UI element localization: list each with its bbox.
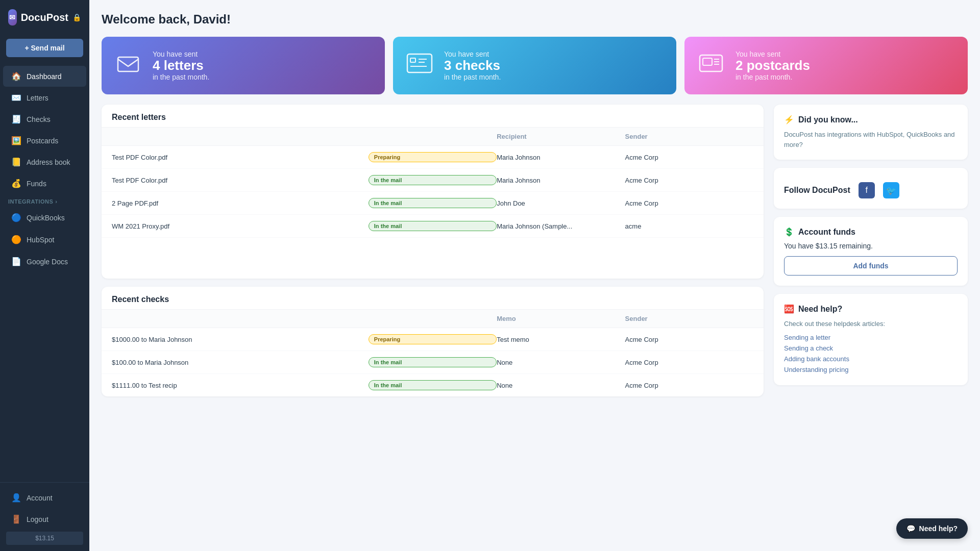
did-you-know-title: ⚡ Did you know...: [784, 115, 958, 124]
sidebar-item-funds[interactable]: 💰 Funds: [3, 173, 86, 194]
left-column: Recent letters Recipient Sender Test PDF…: [102, 105, 764, 396]
table-row[interactable]: 2 Page PDF.pdf In the mail John Doe Acme…: [102, 192, 764, 215]
logout-icon: 🚪: [11, 514, 21, 524]
follow-card: Follow DocuPost f 🐦: [774, 168, 968, 209]
help-article[interactable]: Sending a letter: [784, 332, 958, 343]
checks-icon: 🧾: [11, 114, 21, 124]
logo: ✉ DocuPost 🔒: [0, 0, 89, 35]
sidebar-item-quickbooks[interactable]: 🔵 QuickBooks: [3, 207, 86, 228]
twitter-icon[interactable]: 🐦: [883, 182, 899, 198]
recipient: Maria Johnson: [497, 154, 625, 161]
sidebar-item-label: Funds: [27, 180, 46, 188]
help-intro: Check out these helpdesk articles:: [784, 319, 958, 329]
sidebar-item-label: Dashboard: [27, 72, 62, 81]
did-you-know-card: ⚡ Did you know... DocuPost has integrati…: [774, 105, 968, 160]
recent-checks-card: Recent checks Memo Sender $1000.00 to Ma…: [102, 287, 764, 396]
google-docs-icon: 📄: [11, 257, 21, 266]
chat-icon: 💬: [906, 524, 915, 533]
svg-rect-0: [118, 57, 138, 71]
did-you-know-text: DocuPost has integrations with HubSpot, …: [784, 130, 958, 149]
sidebar-item-label: Google Docs: [27, 258, 68, 266]
sidebar-item-label: Letters: [27, 94, 48, 102]
sidebar-item-account[interactable]: 👤 Account: [3, 487, 86, 508]
sidebar-item-letters[interactable]: ✉️ Letters: [3, 87, 86, 108]
social-row: Follow DocuPost f 🐦: [784, 182, 958, 198]
table-row[interactable]: Test PDF Color.pdf Preparing Maria Johns…: [102, 146, 764, 169]
add-funds-button[interactable]: Add funds: [784, 256, 958, 276]
status-badge: Preparing: [369, 152, 497, 162]
funds-remaining-text: You have $13.15 remaining.: [784, 242, 958, 250]
hubspot-icon: 🟠: [11, 235, 21, 244]
sidebar-item-label: Checks: [27, 115, 51, 123]
memo: None: [497, 359, 625, 366]
account-funds-title: 💲 Account funds: [784, 227, 958, 237]
postcards-suffix: in the past month.: [736, 73, 810, 81]
help-article[interactable]: Adding bank accounts: [784, 354, 958, 364]
status-badge: In the mail: [369, 198, 497, 208]
check-name: $1000.00 to Maria Johnson: [112, 336, 369, 343]
sidebar-item-postcards[interactable]: 🖼️ Postcards: [3, 130, 86, 151]
need-help-card: 🆘 Need help? Check out these helpdesk ar…: [774, 294, 968, 385]
chat-button[interactable]: 💬 Need help?: [896, 518, 968, 539]
postcards-prefix: You have sent: [736, 50, 810, 58]
postcards-icon: 🖼️: [11, 136, 21, 145]
help-article[interactable]: Understanding pricing: [784, 364, 958, 375]
col-header-status: [369, 315, 497, 322]
send-mail-button[interactable]: + Send mail: [6, 39, 83, 57]
sidebar-item-label: Logout: [27, 515, 48, 523]
facebook-icon[interactable]: f: [859, 182, 875, 198]
sidebar-item-hubspot[interactable]: 🟠 HubSpot: [3, 229, 86, 250]
sender: Acme Corp: [625, 154, 753, 161]
table-row[interactable]: $1000.00 to Maria Johnson Preparing Test…: [102, 328, 764, 351]
svg-rect-1: [407, 54, 432, 72]
letters-prefix: You have sent: [153, 50, 209, 58]
right-column: ⚡ Did you know... DocuPost has integrati…: [774, 105, 968, 396]
chevron-right-icon: ›: [55, 198, 57, 205]
col-header-recipient: Recipient: [497, 133, 625, 140]
status-badge: In the mail: [369, 221, 497, 231]
postcards-stat-icon: [697, 49, 725, 82]
table-row[interactable]: WM 2021 Proxy.pdf In the mail Maria John…: [102, 215, 764, 238]
follow-label: Follow DocuPost: [784, 186, 850, 195]
memo: Test memo: [497, 336, 625, 343]
balance-badge: $13.15: [6, 532, 83, 545]
help-icon: 🆘: [784, 304, 794, 314]
sidebar-bottom: 👤 Account 🚪 Logout $13.15: [0, 482, 89, 551]
check-name: $100.00 to Maria Johnson: [112, 359, 369, 366]
sender: Acme Corp: [625, 336, 753, 343]
lightning-icon: ⚡: [784, 115, 794, 124]
sidebar-item-checks[interactable]: 🧾 Checks: [3, 109, 86, 130]
help-article[interactable]: Sending a check: [784, 343, 958, 354]
col-header-name: [112, 315, 369, 322]
letters-col-headers: Recipient Sender: [102, 128, 764, 146]
welcome-title: Welcome back, David!: [102, 12, 968, 27]
sidebar-item-logout[interactable]: 🚪 Logout: [3, 509, 86, 530]
recipient: John Doe: [497, 199, 625, 207]
letter-name: Test PDF Color.pdf: [112, 154, 369, 161]
table-row[interactable]: $1111.00 to Test recip In the mail None …: [102, 374, 764, 396]
sidebar-item-google-docs[interactable]: 📄 Google Docs: [3, 251, 86, 272]
sidebar-item-label: Address book: [27, 158, 70, 166]
sidebar-item-label: Account: [27, 494, 53, 502]
letters-suffix: in the past month.: [153, 73, 209, 81]
table-row[interactable]: Test PDF Color.pdf In the mail Maria Joh…: [102, 169, 764, 192]
col-header-memo: Memo: [497, 315, 625, 322]
sidebar-item-address-book[interactable]: 📒 Address book: [3, 152, 86, 172]
letters-icon: ✉️: [11, 93, 21, 103]
checks-prefix: You have sent: [444, 50, 501, 58]
col-header-sender: Sender: [625, 133, 753, 140]
svg-rect-2: [410, 58, 415, 62]
recent-letters-card: Recent letters Recipient Sender Test PDF…: [102, 105, 764, 279]
svg-rect-7: [703, 58, 712, 65]
sender: Acme Corp: [625, 359, 753, 366]
checks-suffix: in the past month.: [444, 73, 501, 81]
status-badge: Preparing: [369, 334, 497, 344]
checks-stat-icon: [405, 49, 434, 82]
col-header-sender: Sender: [625, 315, 753, 322]
sidebar-item-dashboard[interactable]: 🏠 Dashboard: [3, 66, 86, 87]
sender: Acme Corp: [625, 199, 753, 207]
logo-icon: ✉: [8, 9, 17, 26]
status-badge: In the mail: [369, 357, 497, 367]
recent-checks-title: Recent checks: [112, 295, 753, 304]
table-row[interactable]: $100.00 to Maria Johnson In the mail Non…: [102, 351, 764, 374]
